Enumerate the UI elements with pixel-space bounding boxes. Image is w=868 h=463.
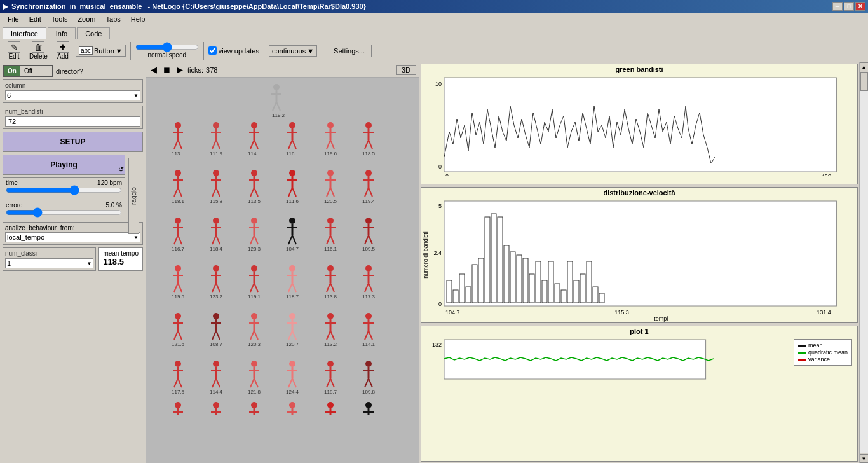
menu-help[interactable]: Help bbox=[126, 14, 151, 24]
tab-info[interactable]: Info bbox=[48, 27, 76, 39]
analize-control: analize_behaviour_from: local_tempo ▼ bbox=[3, 222, 143, 245]
svg-point-24 bbox=[289, 122, 295, 128]
close-button[interactable]: ✕ bbox=[855, 2, 865, 11]
figure-r5c5: 113.2 bbox=[324, 313, 337, 347]
svg-text:113.2: 113.2 bbox=[324, 342, 337, 347]
tab-interface[interactable]: Interface bbox=[3, 27, 46, 39]
svg-line-99 bbox=[288, 235, 292, 244]
errore-slider[interactable] bbox=[6, 209, 122, 216]
legend-mean-label: mean bbox=[808, 342, 823, 349]
svg-line-207 bbox=[288, 378, 292, 387]
delete-button[interactable]: 🗑 Delete bbox=[27, 40, 50, 61]
svg-text:118.7: 118.7 bbox=[324, 389, 337, 395]
setup-button[interactable]: SETUP bbox=[3, 132, 143, 152]
menu-tools[interactable]: Tools bbox=[46, 14, 73, 24]
svg-point-12 bbox=[213, 122, 219, 128]
svg-line-130 bbox=[254, 283, 258, 292]
view-updates-checkbox[interactable] bbox=[208, 46, 217, 55]
svg-text:132: 132 bbox=[432, 342, 442, 348]
edit-button[interactable]: ✎ Edit bbox=[4, 40, 24, 61]
svg-line-129 bbox=[250, 283, 254, 292]
view-updates-wrap: view updates bbox=[208, 46, 259, 55]
scroll-up-btn[interactable]: ▲ bbox=[860, 62, 869, 71]
add-button[interactable]: + Add bbox=[53, 40, 73, 61]
figure-r6c5: 118.7 bbox=[324, 361, 337, 395]
svg-point-246 bbox=[327, 402, 334, 408]
figure-r1c5: 119.6 bbox=[324, 122, 337, 156]
num-classi-arrow: ▼ bbox=[86, 261, 92, 266]
playing-button-wrap: Playing ↺ bbox=[3, 155, 125, 175]
prev-btn[interactable]: ◀ bbox=[149, 65, 159, 74]
menu-file[interactable]: File bbox=[3, 14, 24, 24]
num-classi-dropdown[interactable]: 1 ▼ bbox=[5, 258, 93, 268]
legend-var: variance bbox=[798, 356, 848, 363]
switch-on[interactable]: On bbox=[4, 66, 20, 76]
legend-quad-label: quadratic mean bbox=[808, 349, 848, 356]
settings-button[interactable]: Settings... bbox=[327, 45, 372, 57]
svg-text:113.5: 113.5 bbox=[248, 198, 261, 204]
svg-text:111.6: 111.6 bbox=[286, 198, 299, 204]
switch-off[interactable]: Off bbox=[20, 66, 36, 76]
figure-r4c6: 117.3 bbox=[362, 265, 376, 300]
menu-tabs[interactable]: Tabs bbox=[101, 14, 126, 24]
btn-3d[interactable]: 3D bbox=[396, 65, 416, 75]
column-arrow: ▼ bbox=[133, 93, 139, 99]
speed-label: normal speed bbox=[147, 52, 186, 59]
menu-zoom[interactable]: Zoom bbox=[72, 14, 100, 24]
maximize-button[interactable]: □ bbox=[844, 2, 854, 11]
svg-text:119.2: 119.2 bbox=[272, 113, 285, 118]
svg-line-117 bbox=[174, 283, 178, 292]
chart-green-title: green bandisti bbox=[421, 64, 857, 74]
svg-text:116: 116 bbox=[286, 151, 295, 156]
column-dropdown[interactable]: 6 ▼ bbox=[5, 90, 140, 100]
button-type-dropdown[interactable]: abc Button ▼ bbox=[76, 45, 126, 57]
svg-text:118.5: 118.5 bbox=[362, 151, 376, 156]
svg-text:104.7: 104.7 bbox=[445, 309, 460, 315]
svg-text:0: 0 bbox=[438, 301, 442, 307]
delete-label: Delete bbox=[29, 53, 48, 60]
figure-r2c2: 115.8 bbox=[210, 170, 223, 204]
svg-text:108.7: 108.7 bbox=[210, 342, 223, 347]
speed-slider[interactable] bbox=[135, 43, 199, 52]
svg-line-40 bbox=[369, 140, 372, 149]
figure-r3c2: 118.4 bbox=[210, 218, 223, 252]
tab-code[interactable]: Code bbox=[77, 27, 110, 39]
svg-text:104.7: 104.7 bbox=[286, 246, 299, 252]
menu-edit[interactable]: Edit bbox=[24, 14, 46, 24]
svg-line-183 bbox=[365, 331, 369, 340]
minimize-button[interactable]: ─ bbox=[832, 2, 843, 11]
svg-text:113.8: 113.8 bbox=[324, 294, 337, 300]
time-slider[interactable] bbox=[6, 186, 122, 194]
analize-dropdown[interactable]: local_tempo ▼ bbox=[5, 232, 140, 242]
svg-point-240 bbox=[289, 402, 295, 408]
chart-green-bandisti: green bandisti 10 0 0 456 tick bbox=[421, 64, 858, 184]
svg-point-222 bbox=[175, 402, 181, 408]
svg-line-51 bbox=[212, 188, 216, 197]
svg-point-54 bbox=[251, 170, 257, 176]
scroll-thumb[interactable] bbox=[860, 72, 868, 91]
director-switch[interactable]: On Off bbox=[3, 65, 53, 77]
svg-text:116.7: 116.7 bbox=[172, 246, 185, 252]
playing-button[interactable]: Playing bbox=[3, 155, 125, 175]
continuous-dropdown[interactable]: continuous ▼ bbox=[269, 45, 317, 57]
scroll-down-btn[interactable]: ▼ bbox=[860, 454, 869, 463]
chart-green-svg: 10 0 0 456 tick bbox=[421, 74, 857, 176]
next-btn[interactable]: ▶ bbox=[175, 65, 185, 74]
svg-text:tempi: tempi bbox=[654, 315, 668, 322]
svg-point-120 bbox=[213, 265, 219, 272]
svg-text:0: 0 bbox=[438, 163, 442, 170]
chart-dist-svg: 5 2.4 0 104.7 115.3 131.4 tempi numero d… bbox=[421, 198, 857, 323]
num-bandisti-value[interactable]: 72 bbox=[5, 116, 140, 127]
add-label: Add bbox=[57, 53, 69, 60]
figure-r4c2: 123.2 bbox=[210, 265, 223, 300]
svg-point-114 bbox=[175, 265, 181, 272]
svg-line-15 bbox=[212, 140, 216, 149]
figure-r2c1: 118.1 bbox=[172, 170, 185, 204]
svg-rect-263 bbox=[444, 78, 836, 172]
classi-row: num_classi 1 ▼ mean tempo 118.5 bbox=[3, 247, 143, 271]
svg-line-166 bbox=[254, 331, 258, 340]
svg-line-136 bbox=[292, 283, 296, 292]
svg-line-111 bbox=[365, 235, 369, 244]
svg-text:114.4: 114.4 bbox=[210, 389, 223, 395]
reset-btn[interactable]: ◼ bbox=[161, 65, 172, 74]
